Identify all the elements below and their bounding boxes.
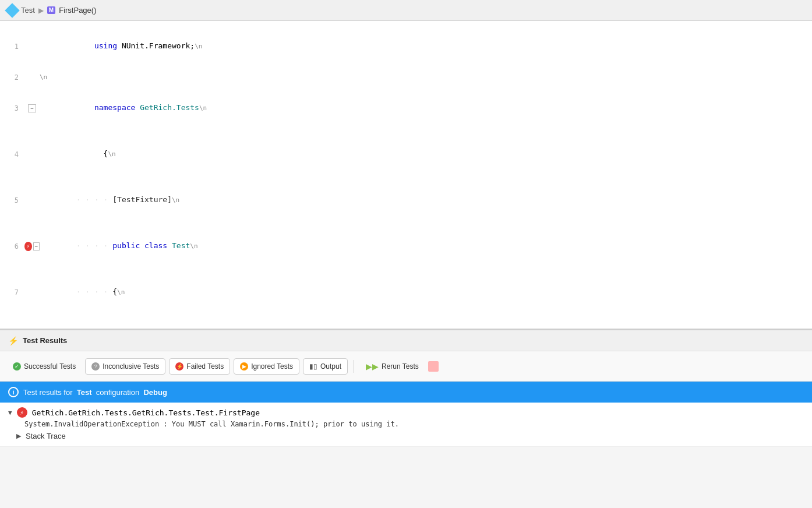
inconclusive-icon: ? [91,362,100,371]
line-number-6: 6 [0,239,24,254]
line-content-5: · · · · [TestFixture]\n [40,177,812,223]
ignored-icon: ▶ [240,362,248,371]
stack-trace-row: ▶ Stack Trace [8,431,804,442]
project-name: Test [21,6,35,15]
breadcrumb-separator: ▶ [38,6,44,15]
rerun-tests-btn[interactable]: ▶▶ Rerun Tests [360,358,425,375]
test-results-title: Test Results [23,336,67,345]
code-editor: 1 using NUnit.Framework;\n 2 \n 3 − name… [0,21,812,330]
code-line-1: 1 using NUnit.Framework;\n [0,23,812,69]
info-prefix: Test results for [23,388,73,397]
info-mid: configuration [96,388,139,397]
rerun-label: Rerun Tests [382,362,419,371]
failed-icon: ⚡ [175,362,183,371]
filter-ignored-btn[interactable]: ▶ Ignored Tests [234,358,299,375]
info-icon: i [8,387,19,397]
line-number-2: 2 [0,70,24,85]
line-content-6: · · · · public class Test\n [40,223,812,269]
collapse-icon-3[interactable]: − [28,104,36,112]
line-content-4: {\n [40,131,812,177]
filter-inconclusive-btn[interactable]: ? Inconclusive Tests [85,358,165,375]
code-line-8: 8 · · · · · · · · [Test]\n [0,315,812,330]
terminal-icon: ▮▯ [309,362,317,371]
error-badge-6: ⚡ [24,242,32,251]
successful-label: Successful Tests [24,362,76,371]
code-line-2: 2 \n [0,69,812,85]
filter-successful-btn[interactable]: ✓ Successful Tests [7,358,82,375]
lightning-icon: ⚡ [8,336,18,345]
info-project: Test [77,388,92,397]
line-number-3: 3 [0,101,24,116]
result-item-firstpage: ▼ ⚡ GetRich.GetRich.Tests.GetRich.Tests.… [0,403,812,447]
code-line-7: 7 · · · · {\n [0,269,812,315]
code-line-6: 6 ⚡ − · · · · public class Test\n [0,223,812,269]
filter-output-btn[interactable]: ▮▯ Output [303,358,348,375]
inconclusive-label: Inconclusive Tests [103,362,159,371]
code-lines: 1 using NUnit.Framework;\n 2 \n 3 − name… [0,21,812,330]
info-text: Test results for Test configuration Debu… [23,388,167,397]
stack-trace-expand-arrow[interactable]: ▶ [16,432,21,440]
info-config: Debug [143,388,167,397]
successful-icon: ✓ [13,362,21,371]
failed-label: Failed Tests [186,362,224,371]
line-number-5: 5 [0,193,24,208]
project-diamond-icon [5,3,19,17]
test-results-panel: ⚡ Test Results ✓ Successful Tests ? Inco… [0,330,812,447]
filter-separator [354,360,354,373]
gutter-3[interactable]: − [24,104,40,112]
header-bar: Test ▶ M FirstPage() [0,0,812,21]
filter-failed-btn[interactable]: ⚡ Failed Tests [169,358,230,375]
gutter-6[interactable]: ⚡ − [24,242,40,251]
code-line-4: 4 {\n [0,131,812,177]
line-content-2: \n [40,69,812,85]
result-list: ▼ ⚡ GetRich.GetRich.Tests.GetRich.Tests.… [0,403,812,447]
line-content-7: · · · · {\n [40,269,812,315]
line-content-8: · · · · · · · · [Test]\n [40,315,812,330]
line-content-1: using NUnit.Framework;\n [40,23,812,69]
line-content-3: namespace GetRich.Tests\n [40,85,812,131]
code-line-3: 3 − namespace GetRich.Tests\n [0,85,812,131]
method-icon: M [47,6,55,14]
output-label: Output [320,362,341,371]
stack-trace-label: Stack Trace [26,432,66,440]
code-line-5: 5 · · · · [TestFixture]\n [0,177,812,223]
expand-arrow[interactable]: ▼ [8,409,12,417]
result-item-name: GetRich.GetRich.Tests.GetRich.Tests.Test… [32,408,260,417]
rerun-icon: ▶▶ [366,362,379,371]
filter-bar: ✓ Successful Tests ? Inconclusive Tests … [0,351,812,382]
method-name: FirstPage() [59,6,96,15]
result-error-badge: ⚡ [17,407,27,418]
collapse-icon-6[interactable]: − [33,242,40,251]
line-number-1: 1 [0,39,24,54]
test-results-header: ⚡ Test Results [0,330,812,351]
stop-button[interactable] [428,361,439,372]
info-bar: i Test results for Test configuration De… [0,382,812,403]
result-item-header: ▼ ⚡ GetRich.GetRich.Tests.GetRich.Tests.… [8,407,804,418]
line-number-4: 4 [0,147,24,162]
ignored-label: Ignored Tests [251,362,293,371]
line-number-7: 7 [0,285,24,300]
result-error-text: System.InvalidOperationException : You M… [8,418,804,431]
